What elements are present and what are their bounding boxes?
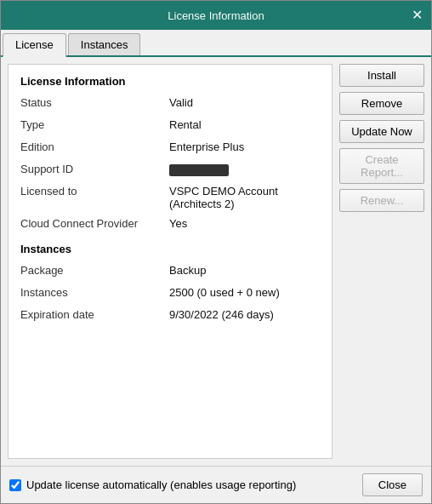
content-area: License Information Status Valid Type Re…: [1, 57, 431, 466]
value-type: Rental: [169, 118, 320, 134]
row-cloud-connect: Cloud Connect Provider Yes: [20, 217, 320, 232]
row-licensed-to: Licensed to VSPC DEMO Account (Architect…: [20, 185, 320, 210]
value-edition: Enterprise Plus: [169, 140, 320, 156]
dialog-window: License Information ✕ License Instances …: [0, 0, 432, 504]
label-package: Package: [20, 264, 169, 279]
dialog-title: License Information: [168, 9, 264, 22]
value-package: Backup: [169, 264, 320, 279]
row-type: Type Rental: [20, 118, 320, 134]
tab-instances[interactable]: Instances: [68, 33, 141, 55]
install-button[interactable]: Install: [339, 64, 424, 87]
tabs-bar: License Instances: [1, 30, 431, 57]
instances-section: Instances Package Backup Instances 2500 …: [20, 243, 320, 324]
redacted-value: [169, 164, 229, 176]
dialog-close-button[interactable]: Close: [362, 473, 423, 496]
row-expiration: Expiration date 9/30/2022 (246 days): [20, 308, 320, 324]
row-support-id: Support ID: [20, 163, 320, 178]
label-cloud-connect: Cloud Connect Provider: [20, 217, 169, 232]
label-instances: Instances: [20, 286, 169, 301]
value-instances: 2500 (0 used + 0 new): [169, 286, 320, 301]
title-bar: License Information ✕: [1, 1, 431, 30]
tab-license[interactable]: License: [3, 33, 66, 57]
row-package: Package Backup: [20, 264, 320, 279]
instances-section-title: Instances: [20, 243, 320, 255]
label-expiration: Expiration date: [20, 308, 169, 324]
renew-button[interactable]: Renew...: [339, 189, 424, 212]
value-support-id: [169, 163, 320, 178]
auto-update-label[interactable]: Update license automatically (enables us…: [9, 478, 355, 491]
label-support-id: Support ID: [20, 163, 169, 178]
auto-update-checkbox[interactable]: [9, 479, 21, 491]
label-type: Type: [20, 118, 169, 134]
create-report-button[interactable]: Create Report...: [339, 148, 424, 184]
row-status: Status Valid: [20, 96, 320, 112]
label-status: Status: [20, 96, 169, 112]
value-cloud-connect: Yes: [169, 217, 320, 232]
row-edition: Edition Enterprise Plus: [20, 140, 320, 156]
value-status: Valid: [169, 96, 320, 112]
bottom-bar: Update license automatically (enables us…: [1, 466, 431, 503]
value-licensed-to: VSPC DEMO Account (Architects 2): [169, 185, 320, 210]
label-edition: Edition: [20, 140, 169, 156]
close-icon[interactable]: ✕: [407, 6, 426, 25]
value-expiration: 9/30/2022 (246 days): [169, 308, 320, 324]
row-instances: Instances 2500 (0 used + 0 new): [20, 286, 320, 301]
update-now-button[interactable]: Update Now: [339, 120, 424, 143]
auto-update-text: Update license automatically (enables us…: [26, 478, 296, 491]
main-panel: License Information Status Valid Type Re…: [8, 64, 333, 459]
license-section-title: License Information: [20, 75, 320, 88]
remove-button[interactable]: Remove: [339, 92, 424, 115]
label-licensed-to: Licensed to: [20, 185, 169, 210]
side-panel: Install Remove Update Now Create Report.…: [339, 64, 424, 459]
